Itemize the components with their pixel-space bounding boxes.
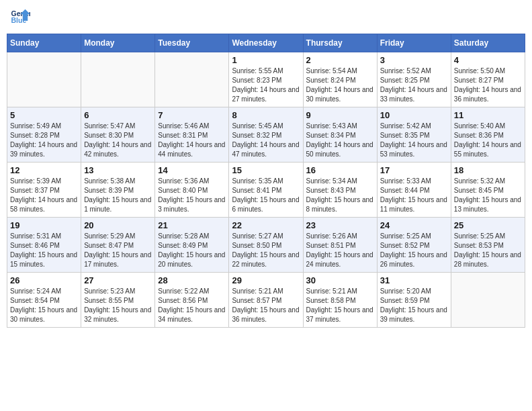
day-info: Sunrise: 5:35 AMSunset: 8:41 PMDaylight:… — [232, 177, 300, 214]
day-number: 19 — [10, 220, 78, 230]
day-number: 7 — [158, 110, 226, 120]
day-number: 25 — [454, 220, 522, 230]
weekday-header: Tuesday — [155, 34, 229, 52]
day-number: 28 — [158, 275, 226, 285]
day-number: 6 — [84, 110, 152, 120]
calendar-cell: 29Sunrise: 5:21 AMSunset: 8:57 PMDayligh… — [229, 273, 303, 328]
calendar-cell: 1Sunrise: 5:55 AMSunset: 8:23 PMDaylight… — [229, 52, 303, 107]
day-number: 10 — [380, 110, 448, 120]
day-number: 24 — [380, 220, 448, 230]
day-info: Sunrise: 5:55 AMSunset: 8:23 PMDaylight:… — [232, 66, 300, 104]
calendar-cell: 17Sunrise: 5:33 AMSunset: 8:44 PMDayligh… — [377, 163, 451, 218]
day-info: Sunrise: 5:50 AMSunset: 8:27 PMDaylight:… — [454, 66, 522, 104]
day-number: 15 — [232, 165, 300, 175]
day-number: 21 — [158, 220, 226, 230]
day-info: Sunrise: 5:32 AMSunset: 8:45 PMDaylight:… — [454, 177, 522, 214]
day-info: Sunrise: 5:26 AMSunset: 8:51 PMDaylight:… — [306, 232, 374, 269]
day-info: Sunrise: 5:43 AMSunset: 8:34 PMDaylight:… — [306, 122, 374, 159]
logo-icon: General Blue — [10, 7, 30, 27]
day-number: 31 — [380, 275, 448, 285]
calendar-cell: 5Sunrise: 5:49 AMSunset: 8:28 PMDaylight… — [7, 107, 81, 163]
day-number: 26 — [10, 275, 78, 285]
day-info: Sunrise: 5:40 AMSunset: 8:36 PMDaylight:… — [454, 122, 522, 159]
day-number: 22 — [232, 220, 300, 230]
day-number: 23 — [306, 220, 374, 230]
day-info: Sunrise: 5:25 AMSunset: 8:53 PMDaylight:… — [454, 232, 522, 269]
calendar-week-row: 5Sunrise: 5:49 AMSunset: 8:28 PMDaylight… — [7, 107, 525, 163]
day-number: 4 — [454, 55, 522, 65]
weekday-header: Monday — [81, 34, 155, 52]
day-info: Sunrise: 5:36 AMSunset: 8:40 PMDaylight:… — [158, 177, 226, 214]
calendar-cell: 14Sunrise: 5:36 AMSunset: 8:40 PMDayligh… — [155, 163, 229, 218]
day-info: Sunrise: 5:21 AMSunset: 8:57 PMDaylight:… — [232, 287, 300, 324]
day-number: 3 — [380, 55, 448, 65]
day-number: 16 — [306, 165, 374, 175]
weekday-header: Saturday — [451, 34, 525, 52]
day-info: Sunrise: 5:33 AMSunset: 8:44 PMDaylight:… — [380, 177, 448, 214]
calendar-cell: 23Sunrise: 5:26 AMSunset: 8:51 PMDayligh… — [303, 218, 377, 273]
day-info: Sunrise: 5:49 AMSunset: 8:28 PMDaylight:… — [10, 122, 78, 159]
day-info: Sunrise: 5:38 AMSunset: 8:39 PMDaylight:… — [84, 177, 152, 214]
day-number: 9 — [306, 110, 374, 120]
calendar-cell: 11Sunrise: 5:40 AMSunset: 8:36 PMDayligh… — [451, 107, 525, 163]
calendar-cell: 28Sunrise: 5:22 AMSunset: 8:56 PMDayligh… — [155, 273, 229, 328]
day-number: 20 — [84, 220, 152, 230]
weekday-header: Friday — [377, 34, 451, 52]
calendar-cell: 22Sunrise: 5:27 AMSunset: 8:50 PMDayligh… — [229, 218, 303, 273]
day-info: Sunrise: 5:24 AMSunset: 8:54 PMDaylight:… — [10, 287, 78, 324]
day-info: Sunrise: 5:27 AMSunset: 8:50 PMDaylight:… — [232, 232, 300, 269]
day-info: Sunrise: 5:45 AMSunset: 8:32 PMDaylight:… — [232, 122, 300, 159]
day-info: Sunrise: 5:22 AMSunset: 8:56 PMDaylight:… — [158, 287, 226, 324]
day-info: Sunrise: 5:31 AMSunset: 8:46 PMDaylight:… — [10, 232, 78, 269]
calendar-cell: 31Sunrise: 5:20 AMSunset: 8:59 PMDayligh… — [377, 273, 451, 328]
day-info: Sunrise: 5:25 AMSunset: 8:52 PMDaylight:… — [380, 232, 448, 269]
calendar-cell: 27Sunrise: 5:23 AMSunset: 8:55 PMDayligh… — [81, 273, 155, 328]
day-number: 27 — [84, 275, 152, 285]
calendar-cell: 9Sunrise: 5:43 AMSunset: 8:34 PMDaylight… — [303, 107, 377, 163]
day-info: Sunrise: 5:39 AMSunset: 8:37 PMDaylight:… — [10, 177, 78, 214]
weekday-header: Thursday — [303, 34, 377, 52]
day-info: Sunrise: 5:23 AMSunset: 8:55 PMDaylight:… — [84, 287, 152, 324]
calendar-week-row: 19Sunrise: 5:31 AMSunset: 8:46 PMDayligh… — [7, 218, 525, 273]
day-number: 30 — [306, 275, 374, 285]
day-number: 2 — [306, 55, 374, 65]
calendar-cell: 21Sunrise: 5:28 AMSunset: 8:49 PMDayligh… — [155, 218, 229, 273]
calendar-week-row: 1Sunrise: 5:55 AMSunset: 8:23 PMDaylight… — [7, 52, 525, 107]
day-info: Sunrise: 5:21 AMSunset: 8:58 PMDaylight:… — [306, 287, 374, 324]
calendar-cell: 4Sunrise: 5:50 AMSunset: 8:27 PMDaylight… — [451, 52, 525, 107]
day-info: Sunrise: 5:34 AMSunset: 8:43 PMDaylight:… — [306, 177, 374, 214]
day-info: Sunrise: 5:20 AMSunset: 8:59 PMDaylight:… — [380, 287, 448, 324]
calendar-header-row: SundayMondayTuesdayWednesdayThursdayFrid… — [7, 34, 525, 52]
calendar-cell: 7Sunrise: 5:46 AMSunset: 8:31 PMDaylight… — [155, 107, 229, 163]
calendar-cell: 18Sunrise: 5:32 AMSunset: 8:45 PMDayligh… — [451, 163, 525, 218]
day-info: Sunrise: 5:29 AMSunset: 8:47 PMDaylight:… — [84, 232, 152, 269]
calendar-cell: 6Sunrise: 5:47 AMSunset: 8:30 PMDaylight… — [81, 107, 155, 163]
calendar-cell: 26Sunrise: 5:24 AMSunset: 8:54 PMDayligh… — [7, 273, 81, 328]
day-info: Sunrise: 5:28 AMSunset: 8:49 PMDaylight:… — [158, 232, 226, 269]
calendar-cell: 13Sunrise: 5:38 AMSunset: 8:39 PMDayligh… — [81, 163, 155, 218]
calendar-cell: 10Sunrise: 5:42 AMSunset: 8:35 PMDayligh… — [377, 107, 451, 163]
weekday-header: Sunday — [7, 34, 81, 52]
calendar-cell: 3Sunrise: 5:52 AMSunset: 8:25 PMDaylight… — [377, 52, 451, 107]
weekday-header: Wednesday — [229, 34, 303, 52]
calendar-week-row: 26Sunrise: 5:24 AMSunset: 8:54 PMDayligh… — [7, 273, 525, 328]
day-number: 12 — [10, 165, 78, 175]
day-info: Sunrise: 5:42 AMSunset: 8:35 PMDaylight:… — [380, 122, 448, 159]
calendar-cell: 8Sunrise: 5:45 AMSunset: 8:32 PMDaylight… — [229, 107, 303, 163]
calendar-cell — [81, 52, 155, 107]
day-number: 5 — [10, 110, 78, 120]
calendar-table: SundayMondayTuesdayWednesdayThursdayFrid… — [7, 34, 525, 328]
day-info: Sunrise: 5:46 AMSunset: 8:31 PMDaylight:… — [158, 122, 226, 159]
day-info: Sunrise: 5:47 AMSunset: 8:30 PMDaylight:… — [84, 122, 152, 159]
calendar-cell: 20Sunrise: 5:29 AMSunset: 8:47 PMDayligh… — [81, 218, 155, 273]
day-number: 29 — [232, 275, 300, 285]
calendar-cell: 15Sunrise: 5:35 AMSunset: 8:41 PMDayligh… — [229, 163, 303, 218]
calendar-cell: 30Sunrise: 5:21 AMSunset: 8:58 PMDayligh… — [303, 273, 377, 328]
calendar-cell: 16Sunrise: 5:34 AMSunset: 8:43 PMDayligh… — [303, 163, 377, 218]
calendar-cell: 19Sunrise: 5:31 AMSunset: 8:46 PMDayligh… — [7, 218, 81, 273]
day-number: 13 — [84, 165, 152, 175]
page-header: General Blue — [7, 7, 525, 27]
calendar-cell — [7, 52, 81, 107]
calendar-week-row: 12Sunrise: 5:39 AMSunset: 8:37 PMDayligh… — [7, 163, 525, 218]
day-number: 8 — [232, 110, 300, 120]
